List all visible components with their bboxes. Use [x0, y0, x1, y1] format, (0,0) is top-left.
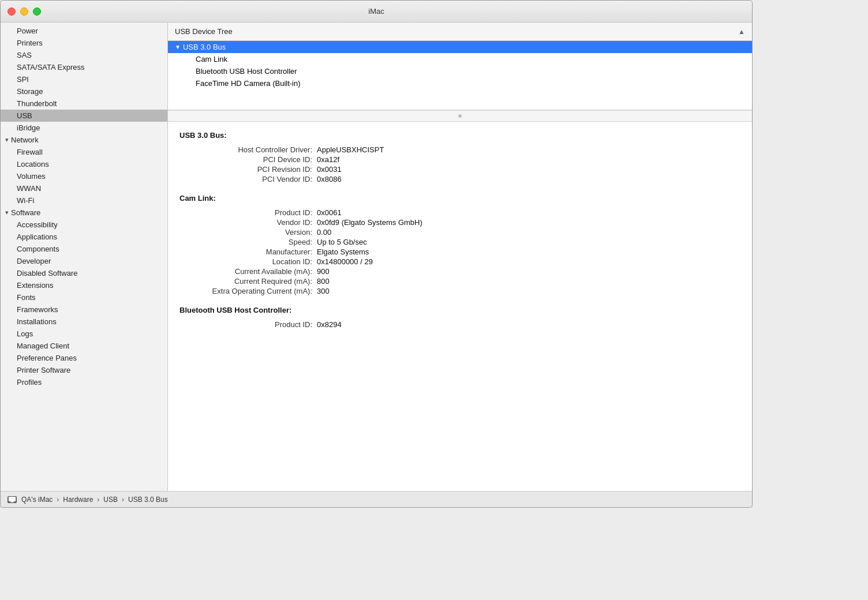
sidebar-item-volumes[interactable]: Volumes [1, 170, 167, 182]
detail-label: PCI Device ID: [185, 155, 312, 164]
sidebar-item-firewall[interactable]: Firewall [1, 146, 167, 158]
detail-value: 0x0061 [317, 208, 740, 217]
sidebar-item-label: Thunderbolt [17, 99, 57, 108]
sidebar-item-label: Components [17, 245, 59, 253]
sidebar-item-label: Extensions [17, 281, 54, 290]
sidebar-item-usb[interactable]: USB [1, 110, 167, 122]
detail-label: Product ID: [185, 320, 312, 329]
tree-row-label: USB 3.0 Bus [183, 43, 226, 51]
detail-label: PCI Revision ID: [185, 165, 312, 174]
tree-row-bluetooth-usb[interactable]: Bluetooth USB Host Controller [168, 65, 752, 77]
sidebar[interactable]: PowerPrintersSASSATA/SATA ExpressSPIStor… [1, 22, 168, 491]
tree-area[interactable]: ▼ USB 3.0 BusCam LinkBluetooth USB Host … [168, 41, 752, 110]
sidebar-item-preference-panes[interactable]: Preference Panes [1, 352, 167, 364]
detail-section-title-usb30bus-section: USB 3.0 Bus: [179, 131, 740, 140]
sidebar-item-label: Printers [17, 39, 43, 47]
imac-icon [8, 496, 17, 503]
detail-label: Current Available (mA): [185, 267, 312, 276]
detail-value: Up to 5 Gb/sec [317, 238, 740, 246]
window-title: iMac [368, 7, 384, 16]
detail-label: Current Required (mA): [185, 277, 312, 286]
sidebar-item-label: iBridge [17, 123, 40, 132]
tree-row-usb30bus[interactable]: ▼ USB 3.0 Bus [168, 41, 752, 53]
detail-value: 800 [317, 277, 740, 286]
detail-grid-cam-link-section: Product ID:0x0061Vendor ID:0x0fd9 (Elgat… [185, 208, 740, 295]
sidebar-item-managed-client[interactable]: Managed Client [1, 340, 167, 352]
detail-value: 0x14800000 / 29 [317, 257, 740, 266]
triangle-icon: ▾ [5, 136, 9, 144]
close-button[interactable] [8, 7, 16, 16]
sidebar-item-sas[interactable]: SAS [1, 49, 167, 61]
sidebar-item-disabled-software[interactable]: Disabled Software [1, 267, 167, 279]
tree-row-label: Cam Link [196, 55, 227, 63]
tree-header-title: USB Device Tree [175, 27, 233, 36]
sidebar-item-printer-software[interactable]: Printer Software [1, 364, 167, 376]
detail-value: Elgato Systems [317, 247, 740, 256]
sidebar-item-label: Fonts [17, 293, 36, 302]
main-window: iMac PowerPrintersSASSATA/SATA ExpressSP… [0, 0, 753, 508]
sidebar-item-network[interactable]: ▾Network [1, 134, 167, 146]
tree-triangle-icon: ▼ [175, 44, 181, 50]
sidebar-item-label: Storage [17, 87, 43, 96]
sidebar-item-fonts[interactable]: Fonts [1, 291, 167, 303]
sidebar-item-accessibility[interactable]: Accessibility [1, 219, 167, 231]
sidebar-item-printers[interactable]: Printers [1, 37, 167, 49]
detail-section-title-bluetooth-section: Bluetooth USB Host Controller: [179, 306, 740, 314]
sidebar-item-software[interactable]: ▾Software [1, 207, 167, 219]
tree-row-facetime[interactable]: FaceTime HD Camera (Built-in) [168, 77, 752, 89]
sidebar-item-frameworks[interactable]: Frameworks [1, 303, 167, 316]
sidebar-item-wifi[interactable]: Wi-Fi [1, 194, 167, 207]
sidebar-item-extensions[interactable]: Extensions [1, 279, 167, 291]
detail-value: 0x8294 [317, 320, 740, 329]
breadcrumb-item: QA's iMac [21, 496, 53, 504]
sidebar-item-locations[interactable]: Locations [1, 158, 167, 170]
sidebar-item-thunderbolt[interactable]: Thunderbolt [1, 97, 167, 110]
sidebar-item-installations[interactable]: Installations [1, 316, 167, 328]
scroll-indicator [168, 110, 752, 122]
detail-section-title-cam-link-section: Cam Link: [179, 194, 740, 202]
sidebar-item-label: Locations [17, 160, 49, 168]
detail-value: 900 [317, 267, 740, 276]
sidebar-item-label: SAS [17, 51, 32, 59]
sidebar-item-label: SPI [17, 75, 29, 84]
detail-label: Version: [185, 228, 312, 237]
sidebar-item-storage[interactable]: Storage [1, 85, 167, 97]
scroll-dot [458, 114, 462, 118]
sidebar-item-label: Accessibility [17, 220, 58, 229]
sidebar-item-label: SATA/SATA Express [17, 63, 85, 72]
sidebar-item-label: Printer Software [17, 366, 70, 374]
sidebar-item-spi[interactable]: SPI [1, 73, 167, 85]
detail-area[interactable]: USB 3.0 Bus:Host Controller Driver:Apple… [168, 122, 752, 491]
sidebar-item-label: Network [11, 136, 39, 144]
sidebar-item-ibridge[interactable]: iBridge [1, 122, 167, 134]
breadcrumb-item: USB [103, 496, 118, 504]
breadcrumb-item: Hardware [63, 496, 93, 504]
svg-rect-1 [11, 501, 13, 502]
collapse-icon[interactable]: ▲ [738, 28, 745, 36]
detail-value: 0xa12f [317, 155, 740, 164]
sidebar-item-developer[interactable]: Developer [1, 255, 167, 267]
sidebar-item-label: Applications [17, 232, 57, 241]
breadcrumb-separator: › [97, 496, 99, 504]
sidebar-item-sata[interactable]: SATA/SATA Express [1, 61, 167, 73]
detail-value: 0x0031 [317, 165, 740, 174]
minimize-button[interactable] [20, 7, 28, 16]
detail-label: Extra Operating Current (mA): [185, 287, 312, 295]
sidebar-item-label: Profiles [17, 378, 42, 387]
detail-value: 300 [317, 287, 740, 295]
maximize-button[interactable] [33, 7, 41, 16]
detail-value: 0.00 [317, 228, 740, 237]
sidebar-item-wwan[interactable]: WWAN [1, 182, 167, 194]
sidebar-item-logs[interactable]: Logs [1, 328, 167, 340]
sidebar-item-components[interactable]: Components [1, 243, 167, 255]
sidebar-item-applications[interactable]: Applications [1, 231, 167, 243]
sidebar-item-label: Developer [17, 257, 51, 265]
tree-row-cam-link[interactable]: Cam Link [168, 53, 752, 65]
sidebar-item-power[interactable]: Power [1, 25, 167, 37]
sidebar-item-label: Software [11, 208, 40, 217]
sidebar-item-label: Managed Client [17, 342, 69, 350]
detail-grid-usb30bus-section: Host Controller Driver:AppleUSBXHCISPTPC… [185, 145, 740, 183]
svg-rect-2 [10, 502, 14, 502]
detail-label: Location ID: [185, 257, 312, 266]
sidebar-item-profiles[interactable]: Profiles [1, 376, 167, 388]
